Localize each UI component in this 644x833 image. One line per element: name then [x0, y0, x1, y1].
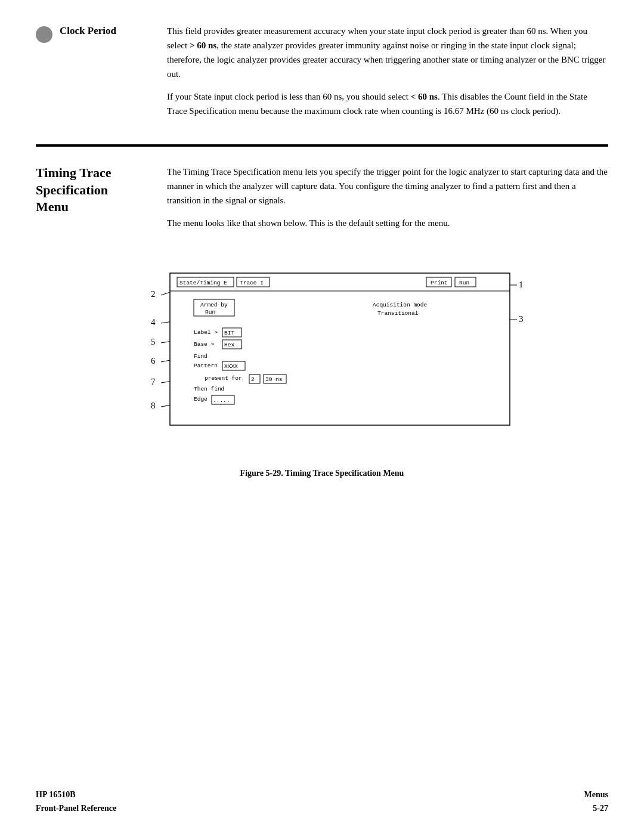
armed-by-label-text: Armed by — [200, 302, 228, 308]
timing-trace-title: Timing Trace Specification Menu — [36, 165, 155, 216]
figure-svg-container: 2 4 5 6 7 8 1 — [140, 256, 534, 462]
edge-value-text: ..... — [213, 397, 230, 404]
present-for-num-text: 2 — [251, 376, 255, 383]
fig-num-5: 5 — [151, 337, 156, 346]
acq-mode-label-text: Acquisition mode — [373, 302, 428, 308]
fig-num-4: 4 — [151, 317, 156, 327]
clock-period-para1: This field provides greater measurement … — [167, 24, 608, 81]
acq-mode-value-text: Transitional — [377, 310, 419, 317]
figure-svg: 2 4 5 6 7 8 1 — [140, 256, 534, 459]
fig-num-7: 7 — [151, 377, 156, 386]
fig-num-6: 6 — [151, 356, 156, 366]
clock-period-label-block: Clock Period — [36, 24, 155, 126]
bold-less-60: < 60 ns — [411, 92, 438, 101]
print-btn-text: Print — [431, 280, 448, 286]
page-container: Clock Period This field provides greater… — [0, 0, 644, 833]
footer-menus: Menus — [584, 788, 608, 801]
figure-caption: Figure 5-29. Timing Trace Specification … — [240, 469, 404, 478]
edge-label-text: Edge — [194, 396, 208, 402]
label-field-text: Label > — [194, 329, 218, 336]
clock-period-section: Clock Period This field provides greater… — [0, 0, 644, 144]
timing-trace-heading-block: Timing Trace Specification Menu — [36, 165, 155, 239]
clock-period-title: Clock Period — [60, 25, 116, 37]
hex-text: Hex — [224, 342, 234, 348]
pattern-label-text: Pattern — [194, 363, 218, 369]
pattern-value-text: XXXX — [224, 363, 238, 370]
footer-ref: Front-Panel Reference — [36, 802, 116, 815]
trace-tab-text: Trace I — [240, 280, 264, 286]
run-btn-text: Run — [459, 280, 469, 286]
footer-page: 5-27 — [584, 802, 608, 815]
bit-text: BIT — [224, 330, 234, 336]
fig-num-3: 3 — [519, 314, 524, 324]
white-space-bottom — [0, 490, 644, 776]
bold-60ns: > 60 ns — [190, 41, 216, 50]
clock-period-text: This field provides greater measurement … — [167, 24, 608, 126]
page-footer: HP 16510B Front-Panel Reference Menus 5-… — [0, 776, 644, 833]
then-find-text: Then find — [194, 386, 224, 392]
base-field-text: Base > — [194, 341, 215, 348]
fig-num-8: 8 — [151, 401, 156, 410]
footer-product: HP 16510B — [36, 788, 116, 801]
fig-num-2: 2 — [151, 289, 156, 299]
clock-circle-icon — [36, 26, 52, 43]
fig-num-1: 1 — [519, 280, 524, 289]
timing-trace-para2: The menu looks like that shown below. Th… — [167, 216, 608, 230]
clock-period-para2: If your State input clock period is less… — [167, 89, 608, 118]
armed-by-value-text: Run — [205, 309, 215, 315]
timing-trace-content: The Timing Trace Specification menu lets… — [167, 165, 608, 239]
footer-right: Menus 5-27 — [584, 788, 608, 815]
timing-trace-section: Timing Trace Specification Menu The Timi… — [0, 147, 644, 250]
present-for-ns-text: 30 ns — [265, 376, 283, 383]
present-for-text: present for — [205, 375, 242, 382]
footer-left: HP 16510B Front-Panel Reference — [36, 788, 116, 815]
timing-trace-para1: The Timing Trace Specification menu lets… — [167, 165, 608, 208]
figure-area: 2 4 5 6 7 8 1 — [0, 250, 644, 490]
find-label-text: Find — [194, 353, 208, 360]
state-timing-tab-text: State/Timing E — [179, 280, 227, 286]
